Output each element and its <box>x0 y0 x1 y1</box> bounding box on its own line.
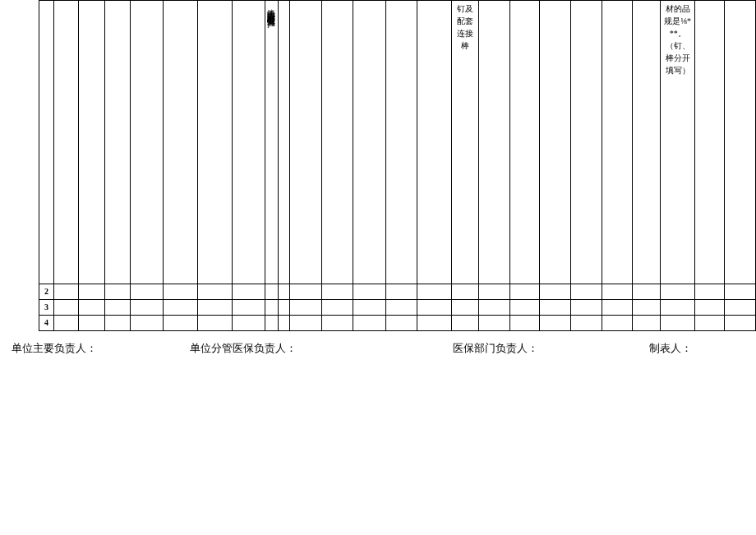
page-container: 统手术内固定材料中空螺钉国产 钉及配套连接棒 材的品规是⅛***。（钉、棒分开填… <box>0 0 756 535</box>
cell <box>602 316 633 331</box>
cell <box>278 284 289 300</box>
cell <box>570 300 602 316</box>
cell <box>451 300 479 316</box>
cell <box>510 1 540 284</box>
col22-text: 材的品规是⅛***。（钉、棒分开填写） <box>662 2 694 76</box>
cell <box>289 284 322 300</box>
cell <box>104 316 131 331</box>
cell <box>198 300 233 316</box>
cell <box>602 284 633 300</box>
cell <box>417 1 451 284</box>
signature-insurance-head: 单位分管医保负责人： <box>190 341 297 356</box>
cell <box>695 300 725 316</box>
cell <box>278 316 289 331</box>
cell <box>633 300 661 316</box>
cell <box>104 284 131 300</box>
cell <box>661 300 695 316</box>
cell <box>104 300 131 316</box>
cell <box>278 1 289 284</box>
cell <box>322 316 353 331</box>
table-row: 4 <box>39 316 756 331</box>
cell <box>265 316 278 331</box>
cell <box>53 1 78 284</box>
cell <box>232 316 265 331</box>
cell <box>164 1 198 284</box>
cell <box>451 316 479 331</box>
cell <box>724 1 755 284</box>
cell <box>78 284 104 300</box>
cell <box>131 1 164 284</box>
cell <box>131 284 164 300</box>
table-row: 3 <box>39 300 756 316</box>
cell <box>540 1 571 284</box>
cell-col8: 统手术内固定材料中空螺钉国产 <box>265 1 278 284</box>
row-label: 2 <box>39 284 54 300</box>
cell <box>164 316 198 331</box>
cell <box>570 1 602 284</box>
cell <box>322 1 353 284</box>
cell <box>278 300 289 316</box>
cell <box>104 1 131 284</box>
cell <box>540 300 571 316</box>
cell <box>164 300 198 316</box>
cell <box>385 1 417 284</box>
cell <box>265 284 278 300</box>
cell <box>198 316 233 331</box>
cell <box>53 316 78 331</box>
cell <box>265 300 278 316</box>
cell <box>724 316 755 331</box>
cell <box>510 316 540 331</box>
cell <box>510 300 540 316</box>
cell <box>232 284 265 300</box>
cell <box>322 284 353 300</box>
cell <box>417 284 451 300</box>
cell <box>695 284 725 300</box>
cell <box>232 1 265 284</box>
cell <box>53 284 78 300</box>
cell <box>322 300 353 316</box>
cell <box>353 300 386 316</box>
cell <box>232 300 265 316</box>
signature-dept-head: 医保部门负责人： <box>453 341 538 356</box>
cell <box>417 300 451 316</box>
cell <box>540 284 571 300</box>
cell <box>540 316 571 331</box>
signature-row: 单位主要负责人： 单位分管医保负责人： 医保部门负责人： 制表人： <box>12 341 751 356</box>
cell <box>510 284 540 300</box>
row-label: 3 <box>39 300 54 316</box>
cell <box>353 1 386 284</box>
cell <box>198 1 233 284</box>
cell <box>724 284 755 300</box>
cell <box>479 300 510 316</box>
cell <box>131 316 164 331</box>
cell <box>385 284 417 300</box>
cell <box>570 284 602 300</box>
cell <box>353 284 386 300</box>
cell <box>164 284 198 300</box>
cell-col15: 钉及配套连接棒 <box>451 1 479 284</box>
cell <box>602 1 633 284</box>
cell <box>479 284 510 300</box>
cell <box>724 300 755 316</box>
cell <box>417 316 451 331</box>
cell <box>78 1 104 284</box>
cell <box>695 1 725 284</box>
cell <box>198 284 233 300</box>
table-row: 2 <box>39 284 756 300</box>
cell <box>661 284 695 300</box>
cell <box>78 316 104 331</box>
cell <box>451 284 479 300</box>
cell <box>131 300 164 316</box>
cell <box>479 1 510 284</box>
cell <box>289 1 322 284</box>
col8-text: 统手术内固定材料中空螺钉国产 <box>266 2 277 14</box>
cell <box>385 316 417 331</box>
cell <box>661 316 695 331</box>
cell <box>602 300 633 316</box>
cell <box>633 284 661 300</box>
cell <box>289 300 322 316</box>
data-table: 统手术内固定材料中空螺钉国产 钉及配套连接棒 材的品规是⅛***。（钉、棒分开填… <box>39 0 756 331</box>
cell <box>78 300 104 316</box>
cell-col22: 材的品规是⅛***。（钉、棒分开填写） <box>661 1 695 284</box>
signature-unit-head: 单位主要负责人： <box>12 341 97 356</box>
